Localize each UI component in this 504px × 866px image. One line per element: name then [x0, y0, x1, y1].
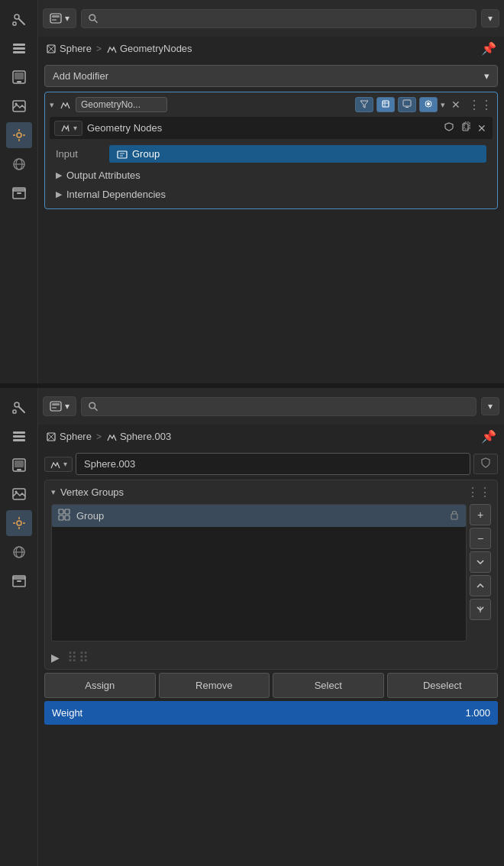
- svg-point-11: [17, 133, 21, 137]
- internal-dependencies-row[interactable]: ▶ Internal Dependencies: [50, 185, 493, 204]
- svg-rect-47: [13, 439, 25, 441]
- deselect-button[interactable]: Deselect: [387, 673, 499, 698]
- weight-row[interactable]: Weight 1.000: [44, 701, 498, 725]
- svg-rect-64: [50, 402, 61, 411]
- vg-remove-button[interactable]: −: [470, 528, 491, 549]
- bottom-panel-options-button[interactable]: ▾: [481, 397, 499, 415]
- vertex-groups-header[interactable]: ▾ Vertex Groups ⋮⋮: [45, 480, 497, 504]
- sidebar-icon-render-b[interactable]: [6, 452, 32, 478]
- breadcrumb-modifier-name-b: Sphere.003: [120, 431, 171, 442]
- add-modifier-chevron: ▾: [484, 70, 489, 82]
- vertex-group-name: Group: [76, 510, 443, 522]
- top-toolbar: ▾ ▾: [38, 0, 504, 37]
- svg-rect-66: [52, 407, 57, 409]
- svg-rect-33: [403, 100, 411, 106]
- modifier-name-input[interactable]: [76, 97, 167, 112]
- sidebar-icon-particles-b[interactable]: [6, 510, 32, 536]
- modifier-toggle[interactable]: ▾: [50, 100, 54, 110]
- sidebar-icon-tool[interactable]: [6, 6, 32, 32]
- search-bar[interactable]: [81, 9, 477, 28]
- sidebar-icon-render[interactable]: [6, 64, 32, 90]
- nodegroup-copy-btn[interactable]: [459, 120, 473, 136]
- nodegroup-chevron: ▾: [73, 124, 77, 132]
- breadcrumb-modifier[interactable]: GeometryNodes: [106, 43, 192, 54]
- sidebar-icon-tool-b[interactable]: [6, 394, 32, 420]
- modifier-expand-chevron[interactable]: ▾: [441, 100, 445, 110]
- play-button[interactable]: ▶: [51, 651, 60, 664]
- svg-rect-37: [463, 124, 468, 131]
- svg-rect-5: [13, 51, 25, 53]
- sidebar-icon-image[interactable]: [6, 93, 32, 119]
- bottom-search-input[interactable]: [102, 401, 470, 412]
- vertex-groups-dots[interactable]: ⋮⋮: [467, 485, 491, 499]
- data-name-row: ▾: [44, 453, 498, 475]
- vg-down-button[interactable]: [470, 551, 491, 573]
- input-value-field[interactable]: Group: [109, 145, 486, 163]
- svg-rect-65: [52, 403, 60, 406]
- sidebar-icon-image-b[interactable]: [6, 481, 32, 507]
- svg-rect-73: [65, 509, 69, 514]
- vg-sort-down-button[interactable]: [470, 599, 491, 620]
- breadcrumb-sep-1: >: [96, 44, 102, 54]
- sidebar-icon-globe[interactable]: [6, 151, 32, 177]
- vg-add-button[interactable]: +: [470, 504, 491, 525]
- sidebar-icon-archive[interactable]: [6, 180, 32, 206]
- search-input[interactable]: [102, 13, 470, 24]
- svg-rect-38: [464, 122, 470, 129]
- output-attributes-row[interactable]: ▶ Output Attributes: [50, 166, 493, 185]
- svg-rect-75: [65, 515, 69, 520]
- left-sidebar-bottom: [0, 388, 38, 866]
- sidebar-icon-archive-b[interactable]: [6, 568, 32, 594]
- panel-options-button[interactable]: ▾: [481, 9, 499, 27]
- svg-point-36: [427, 102, 430, 105]
- pin-button-b[interactable]: 📌: [481, 429, 496, 444]
- vg-up-button[interactable]: [470, 575, 491, 596]
- editor-type-button[interactable]: ▾: [43, 8, 76, 28]
- vertex-group-icon: [58, 509, 70, 523]
- svg-rect-21: [17, 192, 21, 194]
- input-value-text: Group: [132, 148, 160, 160]
- nodegroup-shield-btn[interactable]: [442, 120, 456, 136]
- data-shield-button[interactable]: [473, 454, 498, 474]
- modifier-extra-dots[interactable]: ⋮⋮: [468, 98, 493, 112]
- internal-dependencies-label: Internal Dependencies: [66, 189, 166, 200]
- data-type-dropdown[interactable]: ▾: [44, 457, 73, 472]
- svg-rect-8: [17, 81, 21, 82]
- data-name-input[interactable]: [76, 453, 470, 475]
- modifier-close-btn[interactable]: ✕: [451, 99, 460, 111]
- vertex-group-lock[interactable]: [449, 509, 460, 522]
- modifier-filter-btn[interactable]: [355, 97, 373, 112]
- svg-rect-44: [13, 410, 16, 413]
- modifier-frame-btn[interactable]: [376, 97, 395, 112]
- sidebar-icon-settings-b[interactable]: [6, 423, 32, 449]
- list-item[interactable]: Group: [52, 505, 466, 527]
- sidebar-icon-settings[interactable]: [6, 35, 32, 61]
- add-modifier-button[interactable]: Add Modifier ▾: [44, 65, 498, 87]
- nodegroup-close-btn[interactable]: ✕: [476, 120, 488, 136]
- weight-value: 1.000: [465, 707, 490, 719]
- svg-rect-45: [13, 431, 25, 434]
- sidebar-icon-globe-b[interactable]: [6, 539, 32, 565]
- pin-button[interactable]: 📌: [481, 41, 496, 56]
- bottom-editor-type-button[interactable]: ▾: [43, 396, 76, 416]
- drag-handle[interactable]: ⠿⠿: [67, 649, 90, 666]
- modifier-realtime-btn[interactable]: [398, 97, 416, 112]
- breadcrumb-object[interactable]: Sphere: [46, 43, 92, 54]
- remove-button[interactable]: Remove: [159, 673, 270, 698]
- modifier-card: ▾: [44, 92, 498, 209]
- svg-rect-22: [50, 14, 61, 23]
- breadcrumb-modifier-b[interactable]: Sphere.003: [106, 431, 171, 442]
- sidebar-icon-particles[interactable]: [6, 122, 32, 148]
- select-button[interactable]: Select: [273, 673, 384, 698]
- breadcrumb-modifier-name: GeometryNodes: [120, 43, 192, 54]
- modifier-render-btn[interactable]: [419, 97, 438, 112]
- breadcrumb-object-b[interactable]: Sphere: [46, 431, 92, 442]
- nodegroup-type-select[interactable]: ▾: [54, 121, 82, 136]
- bottom-search-bar[interactable]: [81, 397, 477, 416]
- svg-point-25: [89, 15, 95, 21]
- svg-rect-2: [13, 22, 16, 25]
- nodegroup-action-btns: ✕: [442, 120, 488, 136]
- editor-type-chevron: ▾: [65, 13, 69, 24]
- assign-button[interactable]: Assign: [44, 673, 156, 698]
- breadcrumb-top: Sphere > GeometryNodes 📌: [38, 37, 504, 60]
